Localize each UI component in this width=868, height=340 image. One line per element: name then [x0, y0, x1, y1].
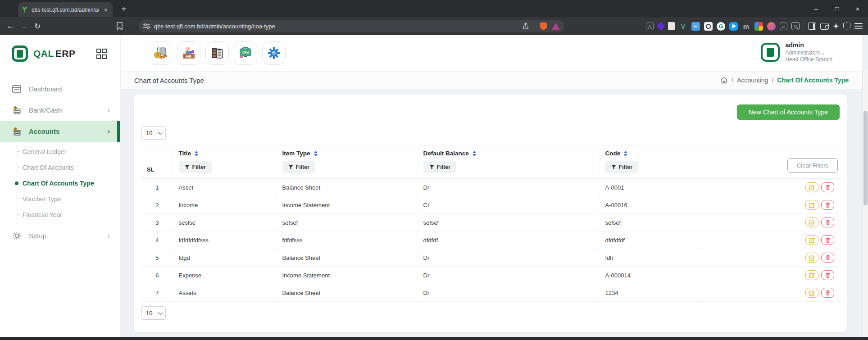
sidebar-item-bank-cash[interactable]: $ Bank/Cash ›	[0, 100, 120, 121]
tab-close-icon[interactable]: ×	[103, 6, 109, 14]
delete-button[interactable]	[821, 200, 834, 210]
extension-m-icon[interactable]: m	[742, 22, 750, 31]
extension-gradient-circle-icon[interactable]	[767, 22, 776, 31]
extension-purple-diamond-icon[interactable]	[656, 22, 665, 31]
cell-actions	[701, 214, 840, 231]
module-hr-button[interactable]: HR	[177, 41, 200, 65]
cell-code: dfdfdfdf	[600, 231, 701, 249]
edit-button[interactable]	[805, 235, 818, 245]
module-crm-button[interactable]: CRM	[234, 41, 257, 65]
share-icon[interactable]	[523, 23, 530, 30]
window-close-button[interactable]: ×	[847, 0, 868, 17]
sidebar-toggle-icon[interactable]	[808, 23, 816, 30]
sort-icon[interactable]	[624, 151, 627, 156]
wallet-icon[interactable]	[820, 23, 829, 30]
bookmarks-icon[interactable]	[116, 22, 123, 30]
extension-notes-icon[interactable]	[668, 22, 675, 30]
sidebar-item-accounts[interactable]: $ Accounts ›	[0, 121, 120, 142]
extension-send-icon[interactable]	[729, 22, 738, 31]
cell-title: fdfdfdfdfsss	[173, 231, 277, 249]
clear-filters-button[interactable]: Clear Filters	[787, 158, 838, 173]
menu-icon[interactable]	[854, 23, 863, 29]
cell-item-type: Balance Sheet	[277, 179, 418, 196]
brave-rewards-icon[interactable]	[552, 23, 560, 30]
delete-button[interactable]	[821, 218, 834, 227]
gear-icon	[12, 231, 22, 240]
page-scrollbar[interactable]	[862, 70, 868, 340]
page-size-select-bottom[interactable]: 10	[141, 306, 166, 320]
tab-strip: qbs-test.qfl.com.bd/admin/accou × + – □ …	[0, 0, 868, 17]
sort-icon[interactable]	[195, 151, 198, 156]
scrollbar-thumb[interactable]	[863, 111, 868, 205]
window-maximize-button[interactable]: □	[827, 0, 847, 17]
edit-button[interactable]	[805, 253, 818, 263]
sidebar-item-chart-of-accounts-type[interactable]: Chart Of Accounts Type	[0, 175, 120, 191]
edit-button[interactable]	[805, 182, 818, 192]
user-name: admin	[785, 41, 832, 50]
delete-button[interactable]	[821, 288, 834, 298]
window-minimize-button[interactable]: –	[806, 0, 827, 17]
filter-button-title[interactable]: Filter	[179, 161, 212, 173]
sort-icon[interactable]	[314, 151, 318, 156]
edit-button[interactable]	[805, 270, 818, 280]
module-inventory-button[interactable]	[205, 41, 229, 65]
sidebar-item-dashboard[interactable]: Dashboard	[0, 78, 120, 100]
module-accounting-button[interactable]: $	[149, 41, 172, 65]
sidebar-collapse-grid-icon[interactable]	[96, 49, 107, 59]
filter-button-item-type[interactable]: Filter	[282, 161, 316, 173]
extension-search-page-icon[interactable]	[791, 22, 800, 30]
delete-button[interactable]	[821, 253, 834, 263]
extension-grammarly-icon[interactable]: G	[717, 22, 725, 31]
svg-text:CRM: CRM	[242, 51, 249, 54]
sidebar-item-chart-of-accounts[interactable]: Chart Of Accounts	[0, 159, 120, 175]
filter-button-code[interactable]: Filter	[605, 161, 639, 173]
reload-button[interactable]: ↻	[31, 22, 44, 31]
extension-vue-devtools-icon[interactable]: V	[679, 22, 687, 31]
edit-button[interactable]	[805, 288, 818, 298]
site-settings-icon[interactable]	[143, 23, 150, 29]
new-tab-button[interactable]: +	[118, 4, 130, 15]
extension-screenshot-icon[interactable]	[704, 22, 713, 31]
delete-button[interactable]	[821, 182, 834, 192]
brave-shields-icon[interactable]	[540, 22, 547, 30]
cell-title: Assets	[173, 284, 277, 302]
module-settings-button[interactable]	[262, 41, 286, 65]
address-bar[interactable]: qbs-test.qfl.com.bd/admin/accounting/coa…	[139, 20, 564, 32]
filter-button-default-balance[interactable]: Filter	[423, 161, 457, 173]
sidebar-item-voucher-type[interactable]: Voucher Type	[0, 191, 120, 207]
cell-default-balance: sefsef	[418, 214, 600, 231]
svg-text:HR: HR	[186, 54, 191, 59]
user-menu[interactable]: admin Administrators⌄ Head Office Branch	[761, 41, 832, 63]
sidebar-item-setup[interactable]: Setup ›	[0, 225, 120, 246]
table-row: 4fdfdfdfdfsssfdfdfsssdfdfdfdfdfdfdf	[141, 231, 840, 249]
extension-recycle-icon[interactable]: △	[646, 23, 654, 30]
cell-title: fdgd	[173, 249, 277, 267]
breadcrumb-accounting[interactable]: Accounting	[737, 77, 768, 84]
forward-button[interactable]: →	[17, 22, 31, 31]
leo-ai-icon[interactable]	[833, 23, 839, 29]
extension-google-icon[interactable]	[754, 22, 763, 31]
privacy-shield-icon[interactable]	[843, 22, 850, 30]
delete-button[interactable]	[821, 235, 834, 245]
extensions-puzzle-icon[interactable]	[780, 23, 787, 30]
cell-title: sesfse	[173, 214, 277, 231]
page-size-select[interactable]: 10	[141, 126, 166, 140]
chevron-down-icon	[158, 310, 163, 315]
sidebar-item-general-ledger[interactable]: General Ledger	[0, 144, 120, 159]
edit-button[interactable]	[805, 200, 818, 210]
back-button[interactable]: ←	[4, 22, 17, 31]
column-header-default-balance: Default Balance Filter	[418, 145, 600, 179]
window-controls: – □ ×	[806, 0, 868, 17]
sidebar-item-financial-year[interactable]: Financial Year	[0, 207, 120, 222]
new-chart-of-accounts-type-button[interactable]: New Chart of Accounts Type	[737, 104, 840, 120]
dashboard-icon	[12, 85, 22, 93]
home-icon[interactable]	[720, 77, 728, 84]
chevron-down-icon	[158, 130, 163, 135]
tab-title: qbs-test.qfl.com.bd/admin/accou	[32, 7, 99, 13]
browser-tab[interactable]: qbs-test.qfl.com.bd/admin/accou ×	[18, 2, 113, 17]
extension-figma-icon[interactable]: FI	[691, 22, 700, 31]
edit-button[interactable]	[805, 218, 818, 227]
delete-button[interactable]	[821, 270, 834, 280]
sort-icon[interactable]	[473, 151, 476, 156]
chevron-right-icon: ›	[107, 106, 110, 115]
